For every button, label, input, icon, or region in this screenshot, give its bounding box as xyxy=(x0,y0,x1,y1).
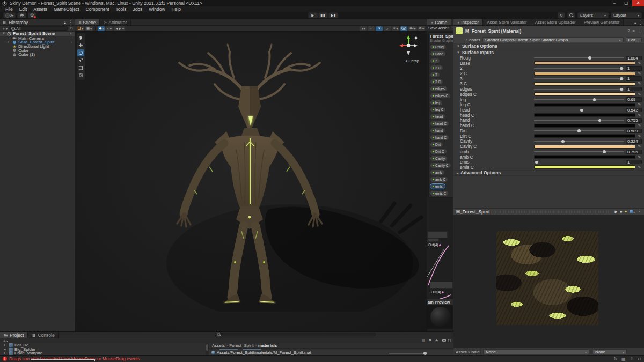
presets-icon[interactable]: ≡ xyxy=(633,28,635,33)
property-pill-2[interactable]: 2 xyxy=(430,58,440,63)
2d-toggle[interactable]: ▱ xyxy=(368,26,375,31)
property-pill-head-c[interactable]: head C xyxy=(430,121,449,126)
layout-dropdown[interactable]: Layout▾ xyxy=(611,12,642,18)
color-swatch-base[interactable] xyxy=(534,61,635,65)
lock-icon[interactable]: 🔒︎ xyxy=(64,20,66,25)
property-pill-edges[interactable]: edges xyxy=(430,86,447,91)
project-folder-cave-vampire[interactable]: ▸Cave_Vampire xyxy=(0,351,206,355)
eyedropper-icon[interactable]: ✎ xyxy=(637,92,642,97)
panel-menu-icon[interactable]: ⋮ xyxy=(68,20,72,25)
property-pill-amb[interactable]: amb xyxy=(430,170,444,175)
tab-asset-store-uploader[interactable]: Asset Store Uploader xyxy=(531,19,580,25)
lighting-toggle[interactable]: ☀ xyxy=(376,26,383,31)
slider-handle[interactable] xyxy=(588,56,591,60)
slider-roug[interactable] xyxy=(534,56,624,60)
favorites-icon[interactable]: ★ xyxy=(435,338,438,343)
hierarchy-item-cube[interactable]: Cube xyxy=(0,49,75,53)
slider-value[interactable]: 1.884 xyxy=(626,56,642,61)
grid-visual-dropdown[interactable]: ▦▾ xyxy=(85,26,93,31)
slider-handle[interactable] xyxy=(598,119,602,122)
status-bar[interactable]: ! Drags can only be started from MouseDo… xyxy=(0,355,644,362)
scene-menu-icon[interactable]: ⋮ xyxy=(69,32,75,36)
camera-overlay-dropdown[interactable]: ▾ xyxy=(408,26,417,31)
snap-dropdown[interactable]: ◄►▾ xyxy=(114,26,125,31)
color-swatch-leg-c[interactable] xyxy=(534,103,635,107)
progress-icon[interactable]: ⊙ xyxy=(638,357,641,361)
slider-value[interactable]: 1 xyxy=(626,87,642,92)
help-icon[interactable]: ? xyxy=(627,28,630,33)
maximize-button[interactable]: ▢ xyxy=(620,0,632,6)
scene-visibility-toggle[interactable] xyxy=(400,26,407,31)
tool-settings-dropdown[interactable]: ▾ xyxy=(77,26,84,31)
color-swatch-dirt-c[interactable] xyxy=(534,134,635,138)
add-gameobject-button[interactable]: ＋▾ xyxy=(2,26,8,32)
undo-history-button[interactable]: ↻ xyxy=(558,12,565,18)
graph-node[interactable] xyxy=(427,231,448,238)
effects-dropdown[interactable]: ✶▾ xyxy=(392,26,399,31)
preview-lighting-icon[interactable]: ✦ xyxy=(624,210,627,214)
selected-asset-path-bar[interactable]: Assets/Forest_Spirit/materials/M_Forest_… xyxy=(209,350,453,355)
property-pill-leg-c[interactable]: leg C xyxy=(430,107,445,112)
slider-handle[interactable] xyxy=(620,67,623,70)
hierarchy-search-input[interactable]: All xyxy=(9,26,68,31)
material-preview-header[interactable]: M_Forest_Spirit ▶ ■ ✦ ▾ ⋮ xyxy=(453,208,644,215)
lock-icon[interactable]: 🔒︎ xyxy=(633,21,638,25)
breadcrumb-assets[interactable]: Assets xyxy=(212,343,225,348)
rotate-tool-button[interactable] xyxy=(77,49,84,56)
search-by-label-icon[interactable]: ⚑ xyxy=(428,338,431,343)
scene-viewport[interactable]: < Persp xyxy=(75,32,427,331)
eyedropper-icon[interactable]: ✎ xyxy=(637,144,642,149)
rect-tool-button[interactable] xyxy=(77,64,84,71)
surface-inputs-foldout[interactable]: ▼ Surface Inputs xyxy=(453,49,644,55)
step-button[interactable]: ▶▮ xyxy=(328,12,338,18)
expand-arrow-icon[interactable]: ▸ xyxy=(4,351,8,355)
upload-icon[interactable]: ⇧ xyxy=(630,357,634,361)
eyedropper-icon[interactable]: ✎ xyxy=(637,71,642,76)
slider-value[interactable]: 1 xyxy=(626,160,642,165)
menu-assets[interactable]: Assets xyxy=(30,6,50,12)
slider-cavity[interactable] xyxy=(534,139,624,143)
property-pill-2-c[interactable]: 2 C xyxy=(430,65,443,70)
tab-inspector[interactable]: ●Inspector xyxy=(453,19,483,25)
audio-toggle[interactable]: ♪ xyxy=(384,26,391,31)
prefab-open-arrow-icon[interactable]: › xyxy=(71,40,75,45)
menu-help[interactable]: Help xyxy=(169,6,184,12)
menu-component[interactable]: Component xyxy=(83,6,113,12)
slider-dirt[interactable] xyxy=(534,129,624,133)
transform-tool-button[interactable] xyxy=(77,72,84,79)
expand-arrow-icon[interactable]: ▸ xyxy=(8,40,11,45)
surface-options-foldout[interactable]: ▼ Surface Options xyxy=(453,43,644,49)
slider-emis[interactable] xyxy=(534,160,624,164)
material-preview-area[interactable] xyxy=(453,215,644,348)
property-pill-3[interactable]: 3 xyxy=(430,72,440,77)
slider-value[interactable]: 0.324 xyxy=(626,139,642,144)
property-pill-cavity[interactable]: Cavity xyxy=(430,156,447,161)
perspective-label[interactable]: < Persp xyxy=(405,58,419,63)
color-swatch-cavity-c[interactable] xyxy=(534,145,635,149)
main-preview-header[interactable]: ain Preview xyxy=(427,299,453,305)
slider-value[interactable]: 0.509 xyxy=(626,129,642,134)
property-pill-emis[interactable]: emis xyxy=(430,184,445,189)
rotation-dropdown[interactable]: ◐▾ xyxy=(106,26,113,31)
node-output-port[interactable]: Out(4) xyxy=(431,290,444,294)
hierarchy-item-cube-1[interactable]: Cube (1) xyxy=(0,53,75,57)
main-preview-body[interactable] xyxy=(427,305,453,329)
preview-shape-dropdown[interactable]: ▾ xyxy=(630,210,635,214)
search-by-type-icon[interactable]: ▥ xyxy=(422,338,426,343)
menu-jobs[interactable]: Jobs xyxy=(129,6,145,12)
asset-bundle-variant-dropdown[interactable]: None▾ xyxy=(592,349,627,354)
pivot-dropdown[interactable]: ◆▾ xyxy=(98,26,105,31)
slider-handle[interactable] xyxy=(561,140,565,143)
property-pill-head[interactable]: head xyxy=(430,114,445,119)
menu-gameobject[interactable]: GameObject xyxy=(50,6,83,12)
menu-tools[interactable]: Tools xyxy=(113,6,130,12)
scene-picker-icon[interactable]: ⊙ xyxy=(70,26,73,31)
grid-icon[interactable]: ▦ xyxy=(621,357,626,361)
breadcrumb-materials[interactable]: materials xyxy=(258,343,277,348)
eyedropper-icon[interactable]: ✎ xyxy=(637,61,642,65)
asset-bundle-dropdown[interactable]: None▾ xyxy=(483,349,589,354)
property-pill-base[interactable]: Base xyxy=(430,51,445,56)
slider-handle[interactable] xyxy=(577,129,581,132)
slider-handle[interactable] xyxy=(580,109,583,112)
tab-game[interactable]: ● Game xyxy=(427,19,451,25)
